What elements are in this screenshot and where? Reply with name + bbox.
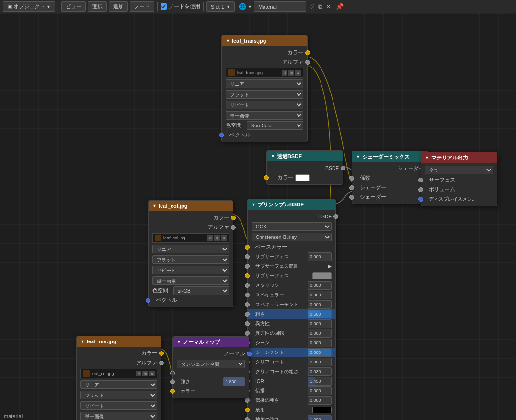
col-single-dropdown[interactable]: 単一画像	[152, 276, 229, 285]
material-selector[interactable]: Material	[254, 1, 306, 12]
close-icon[interactable]: ✕	[325, 2, 332, 11]
row-vector-in: ベクトル	[222, 130, 307, 140]
node-canvas: ▼ leaf_trans.jpg カラー アルファ leaf_trans.jpg…	[0, 13, 516, 420]
socket-col-vector-in[interactable]	[146, 298, 150, 303]
node-pbsdf-body: BSDF GGX Christensen-Burley ベースカラー	[248, 210, 335, 420]
row-subsurface-color: サブサーフェス-	[248, 271, 335, 281]
node-menu[interactable]: ノード	[130, 1, 154, 12]
socket-pbsdf-out[interactable]	[333, 214, 338, 219]
nor-close-icon[interactable]: ✕	[149, 371, 155, 376]
node-leaf-nor-header[interactable]: ▼ leaf_nor.jpg	[77, 336, 161, 347]
socket-color-in[interactable]	[264, 175, 269, 180]
socket-shader2-in[interactable]	[349, 185, 354, 190]
close-img-icon[interactable]: ✕	[295, 70, 301, 76]
socket-shader3-in[interactable]	[349, 195, 354, 200]
christensen-dropdown[interactable]: Christensen-Burley	[252, 233, 332, 241]
nor-browse-icon[interactable]: ⊞	[142, 371, 148, 376]
node-nmap-title: ノーマルマップ	[183, 339, 220, 346]
material-icons: ♡ ⧉ ✕	[308, 2, 332, 11]
col-repeat-dropdown[interactable]: リピート	[152, 266, 229, 274]
pin-icon[interactable]: 📌	[336, 3, 344, 10]
col-linear-dropdown[interactable]: リニア	[152, 245, 229, 253]
socket-color-out[interactable]	[305, 50, 310, 55]
nor-linear-dropdown[interactable]: リニア	[80, 380, 157, 389]
col-browse-icon[interactable]: ⊞	[214, 235, 220, 241]
use-nodes-checkbox[interactable]	[161, 3, 167, 10]
browse-icon[interactable]: ⊞	[288, 70, 294, 76]
socket-metallic[interactable]	[245, 283, 250, 288]
subsurface-color-swatch[interactable]	[312, 272, 332, 279]
emission-swatch[interactable]	[312, 407, 332, 413]
row-disp-in: ディスプレイスメン...	[421, 194, 497, 204]
node-normal-map-header[interactable]: ▼ ノーマルマップ	[173, 337, 249, 347]
socket-col-alpha-out[interactable]	[231, 225, 236, 230]
socket-nmap-dot[interactable]	[170, 371, 175, 375]
node-principled-header[interactable]: ▼ プリンシプルBSDF	[248, 199, 335, 210]
reload-icon[interactable]: ↺	[282, 70, 287, 76]
nor-reload-icon[interactable]: ↺	[136, 371, 141, 376]
row-emission: 放射	[248, 405, 335, 415]
row-nmap-normal-out: ノーマル	[173, 349, 249, 359]
socket-alpha-out[interactable]	[305, 60, 310, 65]
col-colorspace-dropdown[interactable]: sRGB	[173, 286, 229, 295]
colorspace-dropdown[interactable]: Non-Color	[247, 121, 303, 130]
socket-vector-in[interactable]	[219, 133, 224, 137]
row-bsdf-out: BSDF	[267, 163, 343, 173]
slot-selector[interactable]: Slot 1 ▼	[206, 1, 235, 12]
color-swatch[interactable]	[295, 174, 310, 181]
tangent-dropdown[interactable]: タンジェント空間	[177, 360, 245, 368]
socket-base-color[interactable]	[245, 245, 250, 250]
socket-nor-alpha-out[interactable]	[159, 361, 164, 365]
add-menu[interactable]: 追加	[109, 1, 128, 12]
linear-dropdown[interactable]: リニア	[226, 79, 303, 88]
view-menu[interactable]: ビュー	[61, 1, 86, 12]
socket-anisotropy[interactable]	[245, 321, 250, 326]
node-leaf-trans-header[interactable]: ▼ leaf_trans.jpg	[222, 35, 307, 46]
socket-strength[interactable]	[170, 379, 175, 384]
select-menu[interactable]: 選択	[88, 1, 107, 12]
node-transparent-bsdf-header[interactable]: ▼ 透過BSDF	[267, 151, 343, 161]
socket-factor-in[interactable]	[349, 176, 354, 181]
nor-repeat-dropdown[interactable]: リピート	[80, 401, 157, 410]
socket-subsurface[interactable]	[245, 254, 250, 259]
repeat-dropdown[interactable]: リピート	[226, 101, 303, 109]
nor-flat-dropdown[interactable]: フラット	[80, 391, 157, 399]
flat-dropdown[interactable]: フラット	[226, 90, 303, 99]
node-mat-out-header[interactable]: ▼ マテリアル出力	[421, 152, 497, 163]
mode-selector[interactable]: ▣ オブジェクト ▼	[3, 1, 55, 12]
col-reload-icon[interactable]: ↺	[207, 235, 213, 241]
socket-emission[interactable]	[245, 408, 250, 412]
socket-disp-in[interactable]	[418, 197, 423, 202]
row-aniso-rot: 異方性の回転 0.000	[248, 329, 335, 338]
single-dropdown[interactable]: 単一画像	[226, 111, 303, 120]
ggx-dropdown[interactable]: GGX	[252, 222, 332, 231]
node-mat-out-body: 全て サーフェス ボリューム ディスプレイスメン...	[421, 163, 497, 206]
duplicate-icon[interactable]: ⧉	[317, 2, 323, 11]
socket-subsurface-color[interactable]	[245, 273, 250, 278]
socket-nor-color-out[interactable]	[159, 351, 164, 356]
socket-subsurface-range[interactable]	[245, 264, 250, 269]
socket-bsdf-out[interactable]	[341, 166, 345, 170]
socket-transmission-rough[interactable]	[245, 398, 250, 403]
node-shader-mix-header[interactable]: ▼ シェーダーミックス	[352, 151, 428, 162]
socket-surface-in[interactable]	[418, 178, 423, 182]
socket-col-color-out[interactable]	[231, 216, 236, 220]
socket-specular-tint[interactable]	[245, 302, 250, 307]
socket-specular[interactable]	[245, 293, 250, 297]
socket-roughness[interactable]	[245, 312, 250, 317]
socket-nmap-color-in[interactable]	[170, 389, 175, 394]
favorite-icon[interactable]: ♡	[308, 2, 316, 11]
col-flat-dropdown[interactable]: フラット	[152, 255, 229, 264]
node-leaf-nor-title: leaf_nor.jpg	[87, 339, 116, 344]
socket-nmap-normal-out[interactable]	[247, 352, 252, 356]
socket-volume-in[interactable]	[418, 187, 423, 192]
nor-single-dropdown[interactable]: 単一画像	[80, 412, 157, 420]
socket-emission-strength[interactable]	[245, 417, 250, 420]
node-principled-bsdf: ▼ プリンシプルBSDF BSDF GGX Christensen-Burley	[247, 199, 336, 420]
socket-aniso-rot[interactable]	[245, 331, 250, 336]
use-nodes-toggle[interactable]: ノードを使用	[161, 3, 200, 10]
all-dropdown[interactable]: 全て	[425, 166, 493, 174]
col-close-icon[interactable]: ✕	[221, 235, 227, 241]
node-tbsdf-title: 透過BSDF	[277, 153, 302, 160]
node-leaf-col-header[interactable]: ▼ leaf_col.jpg	[149, 201, 233, 211]
